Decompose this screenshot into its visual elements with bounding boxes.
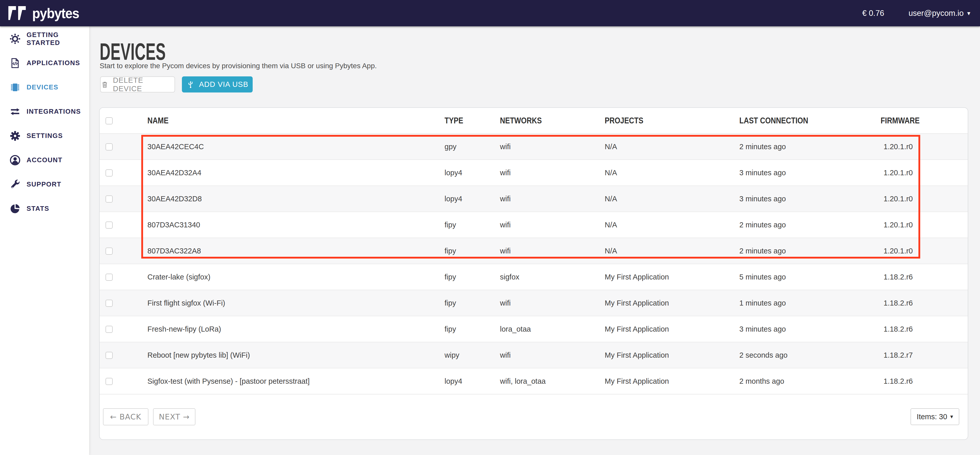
cell-firmware: 1.20.1.r0 bbox=[884, 134, 913, 159]
select-all-checkbox[interactable] bbox=[105, 117, 113, 124]
table-row[interactable]: 30AEA42D32D8 lopy4 wifi N/A 3 minutes ag… bbox=[100, 186, 968, 212]
page-title: DEVICES bbox=[100, 38, 203, 65]
sidebar-item-getting-started[interactable]: GETTING STARTED bbox=[0, 27, 89, 51]
sidebar-item-label: GETTING STARTED bbox=[27, 31, 89, 47]
table-row[interactable]: Sigfox-test (with Pysense) - [pastoor pe… bbox=[100, 368, 968, 395]
row-checkbox[interactable] bbox=[105, 248, 113, 255]
user-menu[interactable]: user@pycom.io ▾ bbox=[908, 9, 970, 18]
row-checkbox[interactable] bbox=[105, 326, 113, 333]
cell-name: 807D3AC322A8 bbox=[147, 238, 201, 264]
row-checkbox[interactable] bbox=[105, 378, 113, 385]
cell-type: lopy4 bbox=[444, 186, 462, 212]
sidebar-item-label: SETTINGS bbox=[27, 132, 63, 140]
top-bar: pybytes € 0.76 user@pycom.io ▾ bbox=[0, 0, 980, 26]
sidebar-item-label: DEVICES bbox=[27, 83, 59, 91]
table-row[interactable]: 30AEA42CEC4C gpy wifi N/A 2 minutes ago … bbox=[100, 134, 968, 160]
cell-last-connection: 2 minutes ago bbox=[739, 212, 786, 238]
table-row[interactable]: 30AEA42D32A4 lopy4 wifi N/A 3 minutes ag… bbox=[100, 160, 968, 186]
cell-projects: My First Application bbox=[605, 342, 669, 368]
cell-networks: wifi bbox=[500, 212, 511, 238]
row-checkbox[interactable] bbox=[105, 352, 113, 359]
sidebar-item-support[interactable]: SUPPORT bbox=[0, 172, 89, 196]
column-header-type[interactable]: TYPE bbox=[444, 108, 463, 134]
table-row[interactable]: Crater-lake (sigfox) fipy sigfox My Firs… bbox=[100, 264, 968, 290]
sidebar-item-label: APPLICATIONS bbox=[27, 59, 80, 67]
table-row[interactable]: Reboot [new pybytes lib] (WiFi) wipy wif… bbox=[100, 342, 968, 368]
cell-firmware: 1.20.1.r0 bbox=[884, 186, 913, 212]
sidebar-item-integrations[interactable]: INTEGRATIONS bbox=[0, 99, 89, 124]
back-button[interactable]: ← BACK bbox=[103, 408, 148, 425]
cell-projects: N/A bbox=[605, 186, 617, 212]
cell-name: First flight sigfox (Wi-Fi) bbox=[147, 290, 225, 316]
add-via-usb-button[interactable]: ADD VIA USB bbox=[182, 76, 253, 92]
row-checkbox[interactable] bbox=[105, 143, 113, 151]
cell-name: 30AEA42CEC4C bbox=[147, 134, 204, 159]
gear-icon bbox=[9, 130, 21, 142]
sidebar-item-account[interactable]: ACCOUNT bbox=[0, 148, 89, 172]
cell-name: Fresh-new-fipy (LoRa) bbox=[147, 316, 221, 342]
cell-name: Reboot [new pybytes lib] (WiFi) bbox=[147, 342, 250, 368]
sidebar-item-label: INTEGRATIONS bbox=[27, 108, 81, 116]
cell-networks: wifi bbox=[500, 342, 511, 368]
row-checkbox[interactable] bbox=[105, 169, 113, 177]
cell-last-connection: 3 minutes ago bbox=[739, 316, 786, 342]
row-checkbox[interactable] bbox=[105, 221, 113, 229]
sidebar-item-label: STATS bbox=[27, 205, 49, 213]
chevron-down-icon: ▾ bbox=[950, 414, 953, 420]
table-row[interactable]: Fresh-new-fipy (LoRa) fipy lora_otaa My … bbox=[100, 316, 968, 342]
sidebar-item-applications[interactable]: APPLICATIONS bbox=[0, 51, 89, 75]
table-body: 30AEA42CEC4C gpy wifi N/A 2 minutes ago … bbox=[100, 134, 968, 395]
cell-name: 807D3AC31340 bbox=[147, 212, 200, 238]
column-header-projects[interactable]: PROJECTS bbox=[605, 108, 643, 134]
cell-type: lopy4 bbox=[444, 368, 462, 394]
cell-projects: N/A bbox=[605, 134, 617, 159]
sidebar-item-stats[interactable]: STATS bbox=[0, 196, 89, 221]
column-header-firmware[interactable]: FIRMWARE bbox=[881, 108, 920, 134]
delete-device-button[interactable]: DELETE DEVICE bbox=[100, 76, 175, 92]
cell-firmware: 1.18.2.r6 bbox=[884, 264, 913, 290]
sidebar-item-label: ACCOUNT bbox=[27, 156, 63, 164]
cell-last-connection: 3 minutes ago bbox=[739, 160, 786, 186]
pie-chart-icon bbox=[9, 203, 21, 215]
user-icon bbox=[9, 154, 21, 166]
cell-last-connection: 5 minutes ago bbox=[739, 264, 786, 290]
cell-projects: My First Application bbox=[605, 290, 669, 316]
column-header-last-connection[interactable]: LAST CONNECTION bbox=[739, 108, 808, 134]
pybytes-app: pybytes € 0.76 user@pycom.io ▾ GETTING S… bbox=[0, 0, 980, 455]
column-header-name[interactable]: NAME bbox=[147, 108, 169, 134]
table-row[interactable]: First flight sigfox (Wi-Fi) fipy wifi My… bbox=[100, 290, 968, 316]
sun-gear-icon bbox=[9, 33, 21, 45]
cell-firmware: 1.18.2.r6 bbox=[884, 290, 913, 316]
table-row[interactable]: 807D3AC322A8 fipy wifi N/A 2 minutes ago… bbox=[100, 238, 968, 264]
cell-last-connection: 2 minutes ago bbox=[739, 134, 786, 159]
sidebar-item-settings[interactable]: SETTINGS bbox=[0, 124, 89, 148]
column-header-networks[interactable]: NETWORKS bbox=[500, 108, 542, 134]
row-checkbox[interactable] bbox=[105, 274, 113, 281]
cell-networks: wifi bbox=[500, 238, 511, 264]
table-row[interactable]: 807D3AC31340 fipy wifi N/A 2 minutes ago… bbox=[100, 212, 968, 238]
wrench-icon bbox=[9, 178, 21, 190]
items-per-page-dropdown[interactable]: Items: 30 ▾ bbox=[910, 408, 959, 425]
code-document-icon bbox=[9, 57, 21, 69]
sidebar-item-label: SUPPORT bbox=[27, 180, 61, 188]
table-header-row: NAME TYPE NETWORKS PROJECTS LAST CONNECT… bbox=[100, 108, 968, 134]
row-checkbox[interactable] bbox=[105, 300, 113, 307]
trash-icon bbox=[101, 81, 109, 89]
delete-device-label: DELETE DEVICE bbox=[113, 76, 175, 93]
row-checkbox[interactable] bbox=[105, 196, 113, 203]
cell-projects: N/A bbox=[605, 238, 617, 264]
cell-networks: lora_otaa bbox=[500, 316, 531, 342]
cell-projects: My First Application bbox=[605, 264, 669, 290]
chevron-down-icon: ▾ bbox=[967, 10, 970, 16]
pybytes-logo[interactable]: pybytes bbox=[8, 0, 83, 26]
account-balance: € 0.76 bbox=[862, 9, 884, 18]
cell-name: 30AEA42D32D8 bbox=[147, 186, 202, 212]
cell-networks: wifi bbox=[500, 186, 511, 212]
cell-firmware: 1.20.1.r0 bbox=[884, 238, 913, 264]
next-button[interactable]: NEXT → bbox=[153, 408, 196, 425]
items-per-page-label: Items: 30 bbox=[916, 413, 947, 421]
cell-type: gpy bbox=[444, 134, 457, 159]
cell-networks: wifi bbox=[500, 290, 511, 316]
sidebar-item-devices[interactable]: DEVICES bbox=[0, 75, 89, 99]
cell-type: fipy bbox=[444, 264, 456, 290]
